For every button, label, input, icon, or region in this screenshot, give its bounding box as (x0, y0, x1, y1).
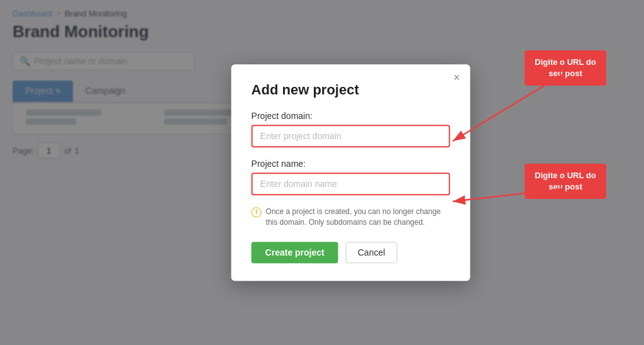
name-input[interactable] (252, 172, 450, 195)
hint-text: Once a project is created, you can no lo… (266, 206, 450, 228)
add-project-modal: × Add new project Project domain: Projec… (231, 64, 470, 281)
annotation-box-1: Digite o URL do seu post (525, 50, 606, 86)
form-hint: i Once a project is created, you can no … (252, 206, 450, 228)
domain-form-group: Project domain: (252, 111, 450, 147)
modal-title: Add new project (252, 82, 450, 98)
modal-close-button[interactable]: × (453, 72, 460, 83)
cancel-button[interactable]: Cancel (346, 242, 397, 263)
domain-label: Project domain: (252, 111, 450, 121)
domain-input[interactable] (252, 125, 450, 147)
info-icon: i (252, 207, 262, 217)
modal-actions: Create project Cancel (252, 242, 450, 263)
name-form-group: Project name: (252, 159, 450, 195)
annotation-box-2: Digite o URL do seu post (525, 164, 606, 199)
name-label: Project name: (252, 159, 450, 169)
create-project-button[interactable]: Create project (252, 242, 338, 263)
